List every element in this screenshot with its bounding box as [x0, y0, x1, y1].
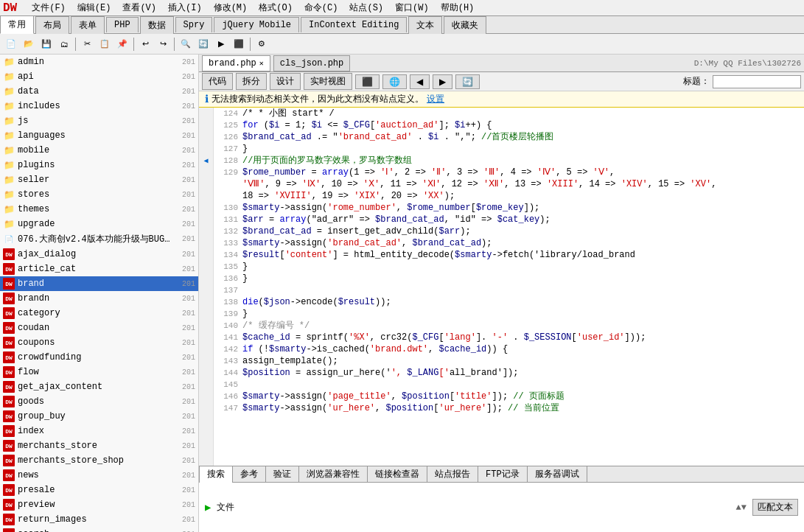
bottom-tab-browser-compat[interactable]: 浏览器兼容性	[299, 466, 368, 483]
find-btn[interactable]: 🔍	[178, 36, 194, 52]
live-view-btn[interactable]: 实时视图	[304, 73, 352, 90]
paste-btn[interactable]: 📌	[114, 36, 130, 52]
code-content[interactable]: 124 /* * 小图 start* /125 for ($i = 1; $i …	[214, 108, 804, 466]
sidebar-item-stores[interactable]: 📁stores201	[0, 187, 198, 202]
tab-favorites[interactable]: 收藏夹	[444, 16, 486, 34]
gutter-icon-row[interactable]: ◀	[199, 155, 213, 167]
code-text[interactable]: $smarty->assign('page_title', $position[…	[242, 391, 564, 402]
sidebar-item-data[interactable]: 📁data201	[0, 84, 198, 99]
refresh-btn[interactable]: 🔄	[195, 36, 212, 52]
live-inspect-btn[interactable]: ⬛	[355, 74, 380, 89]
tab-data[interactable]: 数据	[140, 16, 174, 34]
sidebar-item-group-buy[interactable]: DWgroup_buy201	[0, 409, 198, 424]
play-icon[interactable]: ▶	[205, 501, 211, 514]
sidebar-item-return-images[interactable]: DWreturn_images201	[0, 512, 198, 527]
bottom-tab-link-checker[interactable]: 链接检查器	[368, 466, 427, 483]
code-text[interactable]: $result['content'] = html_entity_decode(…	[242, 249, 635, 261]
sidebar-item-category[interactable]: DWcategory201	[0, 306, 198, 321]
menu-view[interactable]: 查看(V)	[119, 1, 159, 15]
bottom-tab-reference[interactable]: 参考	[233, 466, 266, 483]
open-btn[interactable]: 📂	[21, 36, 37, 52]
code-text[interactable]: $brand_cat_ad .= "'brand_cat_ad' . $i . …	[242, 131, 554, 143]
menu-format[interactable]: 格式(O)	[256, 1, 296, 15]
code-text[interactable]: $arr = array("ad_arr" => $brand_cat_ad, …	[242, 214, 550, 225]
design-view-btn[interactable]: 设计	[270, 73, 301, 90]
code-text[interactable]: }	[242, 261, 248, 273]
sidebar-item-brand[interactable]: DWbrand201	[0, 276, 198, 291]
bottom-tab-server-debug[interactable]: 服务器调试	[528, 466, 587, 483]
sidebar-item-news[interactable]: DWnews201	[0, 468, 198, 483]
sidebar-item-crowdfunding[interactable]: DWcrowdfunding201	[0, 350, 198, 365]
menu-file[interactable]: 文件(F)	[29, 1, 69, 15]
new-btn[interactable]: 📄	[3, 36, 19, 52]
tab-jquery-mobile[interactable]: jQuery Mobile	[214, 17, 299, 32]
save-btn[interactable]: 💾	[38, 36, 55, 52]
tab-common[interactable]: 常用	[0, 15, 34, 34]
tab-layout[interactable]: 布局	[35, 16, 69, 34]
sidebar-item-includes[interactable]: 📁includes201	[0, 99, 198, 113]
nav-fwd-btn[interactable]: ▶	[433, 74, 452, 89]
bottom-tab-validate[interactable]: 验证	[266, 466, 299, 483]
sidebar-item-brandn[interactable]: DWbrandn201	[0, 291, 198, 306]
code-text[interactable]: die($json->encode($result));	[242, 296, 391, 308]
code-text[interactable]: }	[242, 308, 248, 320]
sidebar-item-flow[interactable]: DWflow201	[0, 365, 198, 379]
tab-incontext[interactable]: InContext Editing	[301, 17, 407, 32]
title-input[interactable]	[713, 75, 801, 88]
menu-command[interactable]: 命令(C)	[301, 1, 341, 15]
reload-btn[interactable]: 🔄	[455, 74, 480, 89]
bottom-tab-ftp-log[interactable]: FTP记录	[478, 466, 528, 483]
code-view-btn[interactable]: 代码	[202, 73, 233, 90]
code-text[interactable]: 'Ⅷ', 9 => 'Ⅸ', 10 => 'Ⅹ', 11 => 'Ⅺ', 12 …	[242, 178, 716, 190]
sidebar-item-merchants-store[interactable]: DWmerchants_store201	[0, 438, 198, 453]
nav-back-btn[interactable]: ◀	[410, 74, 430, 89]
menu-modify[interactable]: 修改(M)	[211, 1, 251, 15]
sidebar-item-preview[interactable]: DWpreview201	[0, 497, 198, 512]
code-text[interactable]: if (!$smarty->is_cached('brand.dwt', $ca…	[242, 343, 508, 355]
cut-btn[interactable]: ✂	[79, 36, 95, 52]
menu-edit[interactable]: 编辑(E)	[74, 1, 114, 15]
menu-insert[interactable]: 插入(I)	[165, 1, 205, 15]
file-tab-brand[interactable]: brand.php ✕	[202, 55, 270, 71]
undo-btn[interactable]: ↩	[137, 36, 153, 52]
menu-help[interactable]: 帮助(H)	[438, 1, 478, 15]
code-text[interactable]: }	[242, 143, 248, 155]
code-text[interactable]: $smarty->assign('brand_cat_ad', $brand_c…	[242, 237, 492, 249]
sidebar-item-076----v2-4-------BUG-----[interactable]: 📄076.大商创v2.4版本功能升级与BUG补丁...201	[0, 231, 198, 247]
sidebar-item-ajax-dialog[interactable]: DWajax_dialog201	[0, 247, 198, 262]
sidebar-item-presale[interactable]: DWpresale201	[0, 483, 198, 497]
code-text[interactable]: /* 缓存编号 */	[242, 320, 310, 332]
sidebar-item-coudan[interactable]: DWcoudan201	[0, 321, 198, 335]
code-text[interactable]: for ($i = 1; $i <= $_CFG['auction_ad']; …	[242, 119, 492, 131]
sidebar-item-languages[interactable]: 📁languages201	[0, 128, 198, 143]
sidebar-item-api[interactable]: 📁api201	[0, 69, 198, 84]
sidebar-item-seller[interactable]: 📁seller201	[0, 172, 198, 187]
copy-btn[interactable]: 📋	[97, 36, 113, 52]
sidebar-item-upgrade[interactable]: 📁upgrade201	[0, 217, 198, 231]
redo-btn[interactable]: ↪	[155, 36, 171, 52]
code-text[interactable]: 18 => 'XVIII', 19 => 'XIX', 20 => 'XX');	[242, 190, 455, 202]
code-text[interactable]: /* * 小图 start* /	[242, 108, 335, 119]
file-tab-brand-close[interactable]: ✕	[259, 59, 264, 68]
split-view-btn[interactable]: 拆分	[236, 73, 267, 90]
tab-php[interactable]: PHP	[106, 17, 139, 32]
sidebar-item-index[interactable]: DWindex201	[0, 424, 198, 438]
sidebar-item-get-ajax-content[interactable]: DWget_ajax_content201	[0, 379, 198, 394]
code-text[interactable]: //用于页面的罗马数字效果，罗马数字数组	[242, 155, 412, 167]
sidebar-item-themes[interactable]: 📁themes201	[0, 202, 198, 217]
sidebar-item-article-cat[interactable]: DWarticle_cat201	[0, 262, 198, 276]
sidebar-item-merchants-store-shop[interactable]: DWmerchants_store_shop201	[0, 453, 198, 468]
menu-window[interactable]: 窗口(W)	[392, 1, 432, 15]
code-text[interactable]: assign_template();	[242, 355, 338, 367]
file-tab-cls-json[interactable]: cls_json.php	[273, 55, 350, 71]
tab-form[interactable]: 表单	[71, 16, 105, 34]
browser-btn[interactable]: 🌐	[382, 74, 407, 89]
tab-spry[interactable]: Spry	[175, 17, 213, 32]
preview-btn[interactable]: ▶	[213, 36, 229, 52]
sidebar-item-coupons[interactable]: DWcoupons201	[0, 335, 198, 350]
sidebar-item-goods[interactable]: DWgoods201	[0, 394, 198, 409]
code-text[interactable]: $cache_id = sprintf('%X', crc32($_CFG['l…	[242, 332, 646, 343]
save-all-btn[interactable]: 🗂	[56, 36, 72, 52]
code-text[interactable]: $smarty->assign('ur_here', $position['ur…	[242, 402, 559, 414]
menu-site[interactable]: 站点(S)	[346, 1, 386, 15]
